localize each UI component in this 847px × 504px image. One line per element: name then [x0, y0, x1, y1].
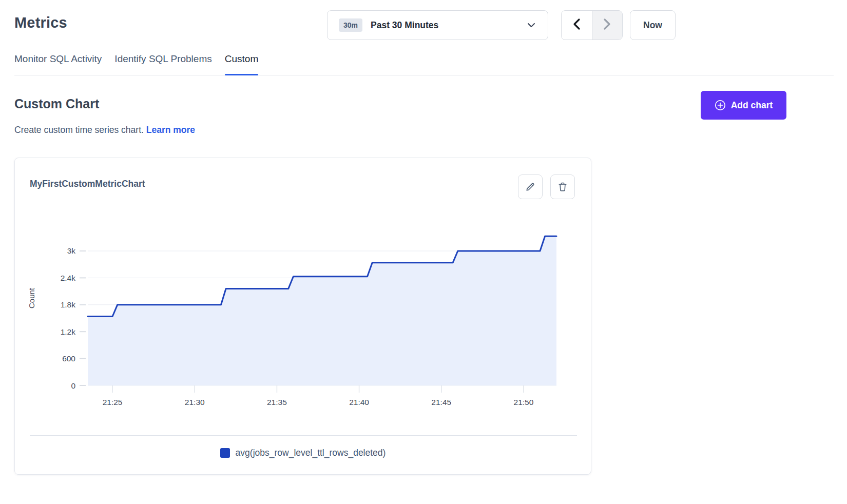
- x-tick-label: 21:50: [514, 398, 534, 406]
- delete-chart-button[interactable]: [550, 175, 575, 199]
- chevron-left-icon: [572, 18, 581, 32]
- chart-card: MyFirstCustomMetricChart 06001.2k1.8k2.4…: [14, 158, 591, 475]
- tab-identify-sql-problems[interactable]: Identify SQL Problems: [114, 53, 211, 75]
- section-description: Create custom time series chart. Learn m…: [14, 125, 195, 135]
- legend-swatch: [220, 448, 230, 458]
- tabs-bar: Monitor SQL ActivityIdentify SQL Problem…: [14, 53, 834, 75]
- plus-circle-icon: [715, 100, 726, 111]
- edit-icon: [525, 181, 536, 192]
- chevron-right-icon: [603, 18, 611, 32]
- tab-monitor-sql-activity[interactable]: Monitor SQL Activity: [14, 53, 102, 75]
- tab-custom[interactable]: Custom: [225, 53, 258, 75]
- x-tick-label: 21:35: [267, 398, 287, 406]
- time-nav-group: [561, 10, 623, 40]
- x-tick-label: 21:30: [185, 398, 205, 406]
- y-tick-label: 3k: [67, 246, 76, 255]
- custom-metric-chart[interactable]: 06001.2k1.8k2.4k3k21:2521:3021:3521:4021…: [16, 211, 565, 416]
- trash-icon: [557, 181, 568, 192]
- time-range-selector[interactable]: 30m Past 30 Minutes: [327, 10, 548, 40]
- time-nav-prev-button[interactable]: [562, 11, 592, 40]
- y-tick-label: 2.4k: [61, 274, 76, 282]
- chevron-down-icon: [527, 21, 535, 30]
- add-chart-label: Add chart: [731, 100, 773, 111]
- y-tick-label: 1.8k: [61, 300, 76, 309]
- y-tick-label: 600: [62, 354, 75, 363]
- page-title: Metrics: [14, 14, 67, 31]
- add-chart-button[interactable]: Add chart: [701, 91, 786, 120]
- time-nav-next-button[interactable]: [592, 11, 623, 40]
- x-tick-label: 21:45: [431, 398, 451, 406]
- x-tick-label: 21:25: [103, 398, 123, 406]
- series-area: [88, 236, 556, 385]
- y-tick-label: 1.2k: [61, 327, 76, 336]
- section-description-text: Create custom time series chart.: [14, 125, 144, 135]
- y-tick-label: 0: [71, 381, 75, 390]
- chart-title: MyFirstCustomMetricChart: [30, 179, 145, 189]
- chart-legend: avg(jobs_row_level_ttl_rows_deleted): [15, 448, 591, 458]
- legend-item[interactable]: avg(jobs_row_level_ttl_rows_deleted): [220, 448, 386, 458]
- legend-label: avg(jobs_row_level_ttl_rows_deleted): [236, 448, 386, 458]
- now-button[interactable]: Now: [630, 10, 676, 40]
- y-axis-label: Count: [27, 287, 36, 308]
- x-tick-label: 21:40: [349, 398, 369, 406]
- time-range-badge: 30m: [339, 18, 362, 32]
- now-button-label: Now: [643, 20, 662, 31]
- learn-more-link[interactable]: Learn more: [146, 125, 195, 135]
- section-heading: Custom Chart: [14, 96, 99, 111]
- time-range-label: Past 30 Minutes: [371, 20, 438, 31]
- legend-divider: [30, 435, 577, 436]
- edit-chart-button[interactable]: [518, 175, 543, 199]
